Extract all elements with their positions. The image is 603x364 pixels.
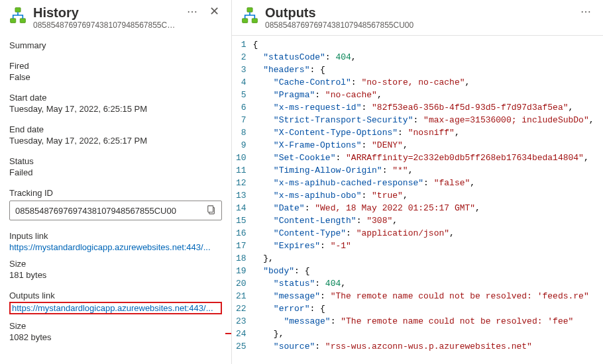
logic-app-icon bbox=[241, 7, 258, 24]
inputs-size-label: Size bbox=[9, 259, 222, 269]
copy-icon[interactable] bbox=[204, 204, 219, 218]
inputs-size-value: 181 bytes bbox=[9, 270, 222, 280]
logic-app-icon bbox=[9, 7, 27, 24]
outputs-link-field: Outputs link https://mystandardlogicapp.… bbox=[9, 291, 222, 314]
svg-rect-9 bbox=[252, 19, 257, 23]
start-date-label: Start date bbox=[9, 93, 222, 103]
summary-label: Summary bbox=[9, 40, 222, 50]
outputs-header: Outputs 08585487697697438107948567855CU0… bbox=[232, 0, 603, 36]
svg-rect-1 bbox=[11, 19, 16, 23]
status-label: Status bbox=[9, 156, 222, 166]
history-id: 08585487697697438107948567855CU00 bbox=[33, 21, 178, 30]
outputs-link-label: Outputs link bbox=[9, 291, 222, 300]
history-more-button[interactable]: ⋯ bbox=[184, 5, 200, 19]
outputs-size-value: 1082 bytes bbox=[9, 332, 222, 342]
json-viewer[interactable]: 1 2 3 4 5 6 7 8 9 10 11 12 13 14 15 16 1… bbox=[232, 36, 603, 364]
history-title: History bbox=[33, 5, 178, 21]
history-header: History 08585487697697438107948567855CU0… bbox=[9, 5, 222, 30]
tracking-id-input[interactable] bbox=[15, 206, 204, 216]
outputs-link-highlight: https://mystandardlogicapp.azurewebsites… bbox=[9, 302, 222, 314]
outputs-title: Outputs bbox=[265, 5, 571, 21]
start-date-value: Tuesday, May 17, 2022, 6:25:15 PM bbox=[9, 104, 222, 114]
outputs-id: 08585487697697438107948567855CU00 bbox=[265, 21, 571, 30]
tracking-id-input-wrap bbox=[9, 201, 222, 220]
end-date-value: Tuesday, May 17, 2022, 6:25:17 PM bbox=[9, 136, 222, 146]
end-date-label: End date bbox=[9, 124, 222, 134]
fired-value: False bbox=[9, 72, 222, 82]
outputs-link[interactable]: https://mystandardlogicapp.azurewebsites… bbox=[12, 303, 219, 313]
status-value: Failed bbox=[9, 167, 222, 177]
svg-rect-8 bbox=[243, 19, 248, 23]
outputs-pane: Outputs 08585487697697438107948567855CU0… bbox=[232, 0, 603, 364]
end-date-field: End date Tuesday, May 17, 2022, 6:25:17 … bbox=[9, 124, 222, 146]
annotation-arrow-icon bbox=[225, 327, 232, 340]
outputs-size-field: Size 1082 bytes bbox=[9, 321, 222, 342]
summary-section: Summary bbox=[9, 40, 222, 50]
inputs-link-label: Inputs link bbox=[9, 231, 222, 241]
fired-field: Fired False bbox=[9, 61, 222, 82]
start-date-field: Start date Tuesday, May 17, 2022, 6:25:1… bbox=[9, 93, 222, 114]
outputs-size-label: Size bbox=[9, 321, 222, 331]
json-code[interactable]: { "statusCode": 404, "headers": { "Cache… bbox=[253, 36, 603, 364]
tracking-id-field: Tracking ID bbox=[9, 188, 222, 220]
svg-rect-4 bbox=[208, 205, 213, 212]
outputs-more-button[interactable]: ⋯ bbox=[578, 5, 594, 19]
inputs-link-field: Inputs link https://mystandardlogicapp.a… bbox=[9, 231, 222, 252]
svg-rect-0 bbox=[15, 8, 21, 13]
svg-rect-7 bbox=[247, 8, 252, 13]
close-icon[interactable]: ✕ bbox=[207, 5, 222, 17]
tracking-id-label: Tracking ID bbox=[9, 188, 222, 198]
inputs-size-field: Size 181 bytes bbox=[9, 259, 222, 280]
line-number-gutter: 1 2 3 4 5 6 7 8 9 10 11 12 13 14 15 16 1… bbox=[232, 36, 253, 364]
fired-label: Fired bbox=[9, 61, 222, 71]
svg-rect-2 bbox=[20, 19, 25, 23]
status-field: Status Failed bbox=[9, 156, 222, 177]
inputs-link[interactable]: https://mystandardlogicapp.azurewebsites… bbox=[9, 242, 222, 252]
history-pane: History 08585487697697438107948567855CU0… bbox=[0, 0, 232, 364]
